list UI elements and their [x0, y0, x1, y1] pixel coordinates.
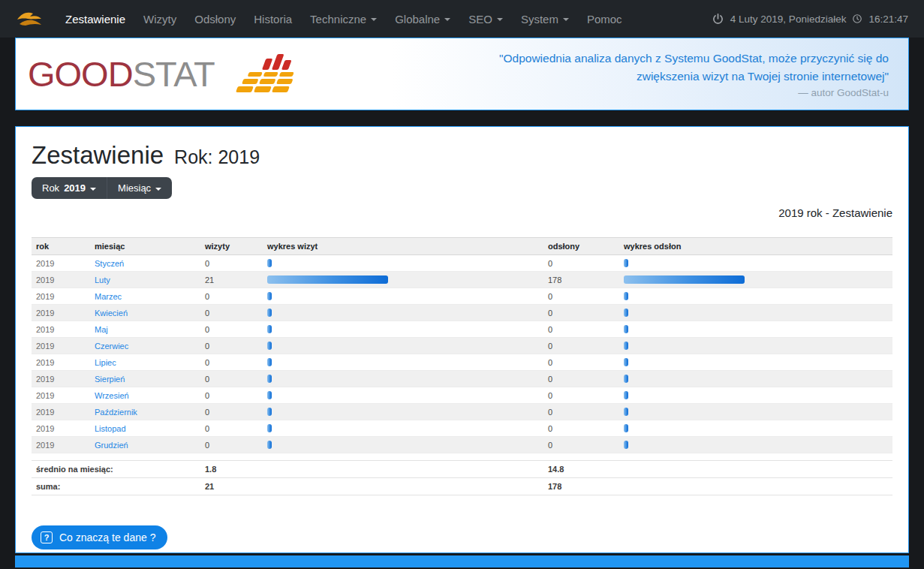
footer-bar: [15, 555, 909, 567]
nav-item-historia[interactable]: Historia: [245, 13, 301, 26]
cell-odslony: 0: [543, 420, 619, 437]
power-icon[interactable]: [712, 13, 724, 26]
odslony-bar: [624, 408, 628, 416]
nav-item-pomoc[interactable]: Pomoc: [578, 13, 631, 26]
summary-average-odslony: 14.8: [543, 461, 619, 478]
month-link-pazdziernik[interactable]: Październik: [95, 408, 137, 417]
month-link-listopad[interactable]: Listopad: [95, 424, 126, 433]
cell-wizyty: 0: [200, 321, 263, 338]
month-filter-button[interactable]: Miesiąc: [107, 177, 172, 199]
cell-odslony: 0: [543, 255, 619, 272]
summary-row-average: średnio na miesiąc: 1.8 14.8: [32, 461, 892, 478]
nav-item-wizyty[interactable]: Wizyty: [134, 13, 185, 26]
summary-label-sum: suma:: [32, 478, 200, 495]
month-link-czerwiec[interactable]: Czerwiec: [95, 342, 128, 351]
cell-rok: 2019: [32, 354, 90, 371]
cell-wizyty: 0: [200, 371, 263, 387]
cell-odslony: 0: [543, 305, 619, 321]
odslony-bar: [624, 391, 628, 399]
month-link-grudzien[interactable]: Grudzień: [95, 441, 128, 450]
cell-rok: 2019: [32, 371, 90, 387]
month-filter-label: Miesiąc: [118, 182, 151, 194]
summary-average-wizyty: 1.8: [200, 461, 263, 478]
odslony-bar: [624, 259, 628, 267]
cell-odslony: 0: [543, 321, 619, 338]
cell-rok: 2019: [32, 305, 90, 321]
quote-author: — autor GoodStat-u: [499, 87, 889, 98]
cell-odslony: 0: [543, 354, 619, 371]
stats-table-header-row: rok miesiąc wizyty wykres wizyt odsłony …: [32, 238, 892, 255]
month-link-marzec[interactable]: Marzec: [95, 292, 122, 301]
cell-rok: 2019: [32, 437, 90, 453]
month-link-luty[interactable]: Luty: [95, 275, 110, 284]
nav-item-odslony[interactable]: Odsłony: [185, 13, 245, 26]
chevron-down-icon: [155, 188, 161, 191]
month-link-lipiec[interactable]: Lipiec: [95, 358, 116, 367]
odslony-bar: [624, 292, 628, 300]
odslony-bar: [624, 375, 628, 383]
cell-odslony: 178: [543, 272, 619, 288]
nav-item-techniczne[interactable]: Techniczne: [301, 13, 386, 26]
wizyty-bar: [267, 325, 272, 333]
table-row: 2019 Luty 21 178: [32, 272, 892, 288]
month-link-kwiecien[interactable]: Kwiecień: [95, 309, 128, 318]
col-header-miesiac: miesiąc: [90, 238, 200, 255]
top-navbar: ZestawienieWizytyOdsłonyHistoriaTechnicz…: [0, 0, 924, 38]
cell-wizyty: 0: [200, 420, 263, 437]
chevron-down-icon: [90, 188, 96, 191]
month-link-maj[interactable]: Maj: [95, 325, 108, 334]
table-row: 2019 Październik 0 0: [32, 404, 892, 420]
cell-rok: 2019: [32, 272, 90, 288]
stats-table: rok miesiąc wizyty wykres wizyt odsłony …: [32, 237, 892, 453]
table-row: 2019 Lipiec 0 0: [32, 354, 892, 371]
cell-wizyty: 0: [200, 305, 263, 321]
col-header-rok: rok: [32, 238, 90, 255]
year-filter-label: Rok: [42, 182, 59, 194]
wizyty-bar: [267, 424, 272, 432]
odslony-bar: [624, 342, 628, 350]
month-link-styczen[interactable]: Styczeń: [95, 259, 124, 268]
table-row: 2019 Kwiecień 0 0: [32, 305, 892, 321]
year-filter-value: 2019: [64, 182, 86, 194]
help-button-label: Co znaczą te dane ?: [59, 531, 155, 543]
nav-item-zestawienie[interactable]: Zestawienie: [56, 13, 134, 26]
cell-odslony: 0: [543, 288, 619, 305]
wizyty-bar: [267, 275, 388, 284]
goodstat-brand-icon[interactable]: [16, 10, 43, 28]
current-time: 16:21:47: [868, 14, 908, 25]
logo-text-good: GOOD: [28, 54, 133, 94]
navbar-status-area: 4 Luty 2019, Poniedziałek 16:21:47: [712, 13, 908, 26]
goodstat-chart-graphic-icon: [222, 51, 302, 98]
chevron-down-icon: [497, 18, 503, 21]
nav-item-globalne[interactable]: Globalne: [386, 13, 459, 26]
table-row: 2019 Czerwiec 0 0: [32, 338, 892, 354]
col-header-wykres-odslon: wykres odsłon: [619, 238, 892, 255]
nav-item-system[interactable]: System: [512, 13, 578, 26]
summary-sum-wizyty: 21: [200, 478, 263, 495]
quote-line-1: "Odpowiednia analiza danych z Systemu Go…: [499, 50, 889, 67]
cell-wizyty: 0: [200, 404, 263, 420]
cell-rok: 2019: [32, 288, 90, 305]
summary-sum-odslony: 178: [543, 478, 619, 495]
filter-group: Rok 2019 Miesiąc: [32, 177, 172, 199]
year-filter-button[interactable]: Rok 2019: [32, 177, 107, 199]
logo-text-stat: STAT: [133, 54, 215, 94]
odslony-bar: [624, 358, 628, 366]
col-header-wykres-wizyt: wykres wizyt: [263, 238, 543, 255]
page-title-row: Zestawienie Rok: 2019: [32, 141, 892, 170]
cell-rok: 2019: [32, 338, 90, 354]
chevron-down-icon: [444, 18, 450, 21]
wizyty-bar: [267, 441, 272, 449]
cell-rok: 2019: [32, 404, 90, 420]
cell-odslony: 0: [543, 338, 619, 354]
month-link-wrzesien[interactable]: Wrzesień: [95, 391, 129, 400]
current-date: 4 Luty 2019, Poniedziałek: [730, 14, 847, 25]
cell-wizyty: 21: [200, 272, 263, 288]
goodstat-logo: GOODSTAT: [28, 51, 302, 98]
month-link-sierpien[interactable]: Sierpień: [95, 375, 125, 384]
cell-odslony: 0: [543, 371, 619, 387]
wizyty-bar: [267, 309, 272, 317]
help-button[interactable]: ? Co znaczą te dane ?: [32, 525, 167, 549]
cell-odslony: 0: [543, 387, 619, 404]
nav-item-seo[interactable]: SEO: [459, 13, 512, 26]
